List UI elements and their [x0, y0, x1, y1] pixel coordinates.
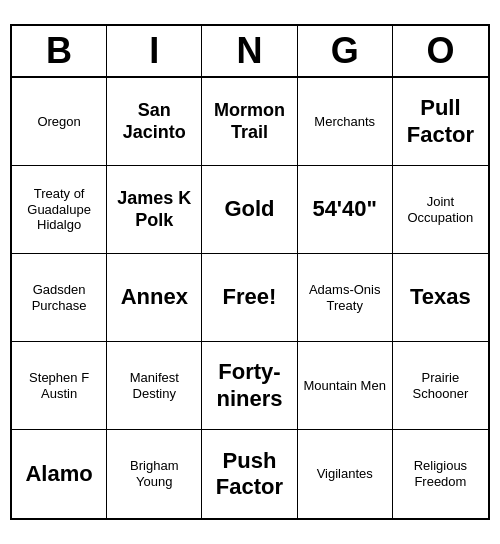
bingo-cell: James K Polk: [107, 166, 202, 254]
bingo-cell: Free!: [202, 254, 297, 342]
bingo-cell: Brigham Young: [107, 430, 202, 518]
bingo-cell: Forty-niners: [202, 342, 297, 430]
bingo-cell: 54'40": [298, 166, 393, 254]
bingo-cell: Vigilantes: [298, 430, 393, 518]
bingo-cell: Adams-Onis Treaty: [298, 254, 393, 342]
bingo-cell: Oregon: [12, 78, 107, 166]
header-letter: N: [202, 26, 297, 76]
header-letter: O: [393, 26, 488, 76]
bingo-cell: Annex: [107, 254, 202, 342]
bingo-grid: OregonSan JacintoMormon TrailMerchantsPu…: [12, 78, 488, 518]
bingo-cell: Gadsden Purchase: [12, 254, 107, 342]
bingo-card: BINGO OregonSan JacintoMormon TrailMerch…: [10, 24, 490, 520]
bingo-cell: Religious Freedom: [393, 430, 488, 518]
bingo-cell: San Jacinto: [107, 78, 202, 166]
bingo-cell: Prairie Schooner: [393, 342, 488, 430]
bingo-cell: Manifest Destiny: [107, 342, 202, 430]
header-letter: I: [107, 26, 202, 76]
bingo-cell: Pull Factor: [393, 78, 488, 166]
bingo-cell: Stephen F Austin: [12, 342, 107, 430]
bingo-cell: Mormon Trail: [202, 78, 297, 166]
bingo-cell: Joint Occupation: [393, 166, 488, 254]
bingo-cell: Push Factor: [202, 430, 297, 518]
bingo-cell: Merchants: [298, 78, 393, 166]
bingo-cell: Gold: [202, 166, 297, 254]
bingo-cell: Treaty of Guadalupe Hidalgo: [12, 166, 107, 254]
bingo-cell: Alamo: [12, 430, 107, 518]
bingo-cell: Mountain Men: [298, 342, 393, 430]
header-letter: G: [298, 26, 393, 76]
bingo-header: BINGO: [12, 26, 488, 78]
bingo-cell: Texas: [393, 254, 488, 342]
header-letter: B: [12, 26, 107, 76]
